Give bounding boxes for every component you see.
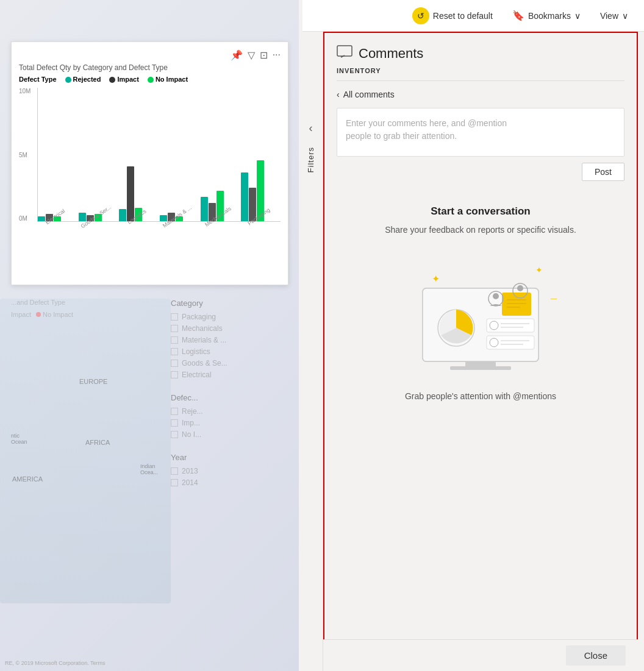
filter-no-impact[interactable]: No I... <box>171 430 293 439</box>
y-label-10m: 10M <box>19 88 30 94</box>
svg-point-25 <box>517 285 523 291</box>
collapse-filters-button[interactable]: ‹ <box>309 122 313 135</box>
svg-point-14 <box>493 293 499 299</box>
filter-logistics[interactable]: Logistics <box>171 347 293 356</box>
filter-packaging[interactable]: Packaging <box>171 313 293 321</box>
chart-toolbar: 📌 ▽ ⊡ ··· <box>19 49 281 61</box>
svg-text:✦: ✦ <box>535 265 543 275</box>
more-options-icon[interactable]: ··· <box>273 49 281 61</box>
bar-logistics-impact <box>127 166 134 221</box>
bar-mechanicals-rejected <box>201 197 208 221</box>
faded-legend: Impact No Impact <box>11 311 73 318</box>
back-chevron-icon: ‹ <box>337 90 340 99</box>
comments-section-label: INVENTORY <box>337 67 624 81</box>
conversation-section: Start a conversation Share your feedback… <box>337 193 624 628</box>
category-filter-title: Category <box>171 299 293 308</box>
filter-icon[interactable]: ▽ <box>248 49 255 61</box>
legend-no-impact: No Impact <box>148 76 188 83</box>
svg-rect-20 <box>487 336 534 349</box>
expand-icon[interactable]: ⊡ <box>260 49 268 61</box>
y-label-5m: 5M <box>19 152 30 158</box>
back-to-all-comments[interactable]: ‹ All comments <box>337 90 624 99</box>
x-axis-labels: Electrical Goods & Ser... Logistics Mate… <box>37 223 281 232</box>
africa-label: AFRICA <box>85 439 110 446</box>
comments-icon <box>337 45 352 62</box>
bookmarks-button[interactable]: 🔖 Bookmarks ∨ <box>509 7 584 24</box>
bar-packaging-rejected <box>241 172 248 221</box>
conversation-title: Start a conversation <box>431 205 530 218</box>
filter-mechanicals[interactable]: Mechanicals <box>171 324 293 333</box>
filters-label: Filters <box>306 147 315 172</box>
svg-rect-9 <box>502 293 531 316</box>
filter-impact[interactable]: Imp... <box>171 419 293 427</box>
europe-label: EUROPE <box>79 378 107 385</box>
indian-ocean-label: IndianOcea... <box>140 463 158 475</box>
year-filter-title: Year <box>171 453 293 462</box>
faded-chart-label: ...and Defect Type <box>11 299 65 306</box>
conversation-illustration: ✦ ✦ — — <box>389 255 572 377</box>
chevron-down-icon: ∨ <box>574 11 581 21</box>
filter-rejected[interactable]: Reje... <box>171 407 293 416</box>
filter-panel: Category Packaging Mechanicals Materials… <box>171 299 293 490</box>
reset-to-default-button[interactable]: ↺ Reset to default <box>409 5 496 27</box>
atlantic-ocean-label: nticOcean <box>11 433 27 445</box>
y-label-0m: 0M <box>19 215 30 222</box>
legend-label: Defect Type <box>19 76 57 83</box>
filter-2013[interactable]: 2013 <box>171 467 293 475</box>
conversation-description: Share your feedback on reports or specif… <box>385 224 576 236</box>
filter-materials[interactable]: Materials & ... <box>171 336 293 344</box>
post-button-row: Post <box>337 163 624 181</box>
post-button[interactable]: Post <box>582 163 624 181</box>
all-comments-label: All comments <box>343 90 395 99</box>
chevron-down-icon: ∨ <box>622 11 628 21</box>
defect-filter-title: Defec... <box>171 393 293 402</box>
svg-text:✦: ✦ <box>432 274 440 284</box>
view-button[interactable]: View ∨ <box>596 9 632 23</box>
comments-title: Comments <box>359 46 423 62</box>
close-button[interactable]: Close <box>566 645 626 666</box>
america-label: AMERICA <box>12 475 43 483</box>
y-axis-labels: 10M 5M 0M <box>19 88 30 222</box>
close-button-row: Close <box>323 639 638 671</box>
bar-logistics-rejected <box>119 209 126 221</box>
chart-card: 📌 ▽ ⊡ ··· Total Defect Qty by Category a… <box>11 41 288 285</box>
pin-icon[interactable]: 📌 <box>231 49 243 61</box>
bookmark-icon: 🔖 <box>512 10 524 21</box>
copyright-text: RE, © 2019 Microsoft Corporation. Terms <box>5 660 106 666</box>
filter-goods[interactable]: Goods & Se... <box>171 359 293 367</box>
reset-icon: ↺ <box>412 7 429 24</box>
filter-2014[interactable]: 2014 <box>171 478 293 487</box>
svg-rect-0 <box>337 46 352 56</box>
svg-text:—: — <box>551 295 557 302</box>
svg-rect-16 <box>487 319 534 332</box>
bars-container <box>37 88 281 222</box>
comment-placeholder: Enter your comments here, and @mentionpe… <box>346 117 615 143</box>
comments-header: Comments <box>337 45 624 62</box>
chart-title: Total Defect Qty by Category and Defect … <box>19 63 281 72</box>
chart-legend: Defect Type Rejected Impact No Impact <box>19 76 281 83</box>
comments-panel: Comments INVENTORY ‹ All comments Enter … <box>323 32 638 641</box>
filters-sidebar: ‹ Filters <box>299 0 323 671</box>
grab-attention-text: Grab people's attention with @mentions <box>405 391 556 401</box>
chart-area: 10M 5M 0M <box>19 88 281 252</box>
svg-rect-8 <box>450 366 511 370</box>
map-background <box>0 299 171 603</box>
legend-rejected: Rejected <box>65 76 101 83</box>
comment-input-area[interactable]: Enter your comments here, and @mentionpe… <box>337 108 624 157</box>
legend-impact: Impact <box>109 76 138 83</box>
filter-electrical[interactable]: Electrical <box>171 371 293 379</box>
toolbar: ↺ Reset to default 🔖 Bookmarks ∨ View ∨ <box>302 0 644 32</box>
